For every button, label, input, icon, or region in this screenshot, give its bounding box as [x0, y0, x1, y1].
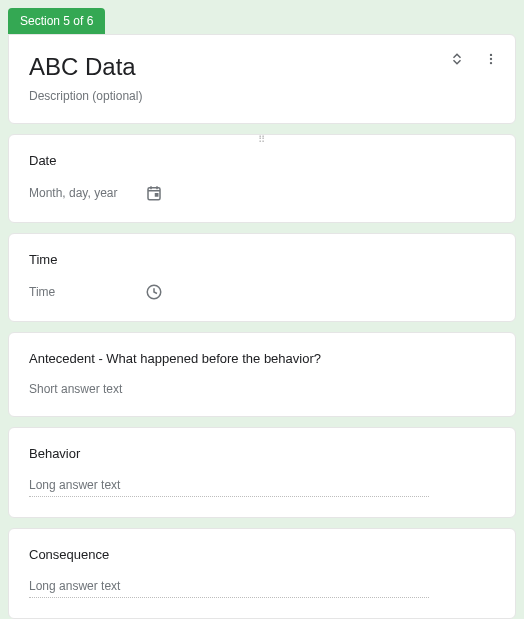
- question-title: Antecedent - What happened before the be…: [29, 351, 495, 366]
- clock-icon: [145, 283, 163, 301]
- question-title: Consequence: [29, 547, 495, 562]
- svg-point-0: [490, 54, 492, 56]
- question-card-time[interactable]: Time Time: [8, 233, 516, 322]
- short-answer-hint: Short answer text: [29, 382, 495, 396]
- more-vert-icon[interactable]: [481, 49, 501, 69]
- svg-point-2: [490, 62, 492, 64]
- section-badge: Section 5 of 6: [8, 8, 105, 34]
- dotted-underline: [29, 597, 429, 598]
- collapse-icon[interactable]: [447, 49, 467, 69]
- question-card-antecedent[interactable]: Antecedent - What happened before the be…: [8, 332, 516, 417]
- long-answer-hint: Long answer text: [29, 478, 120, 492]
- dotted-underline: [29, 496, 429, 497]
- date-placeholder: Month, day, year: [29, 186, 129, 200]
- question-title: Behavior: [29, 446, 495, 461]
- question-title: Time: [29, 252, 495, 267]
- svg-point-1: [490, 58, 492, 60]
- question-card-behavior[interactable]: Behavior Long answer text: [8, 427, 516, 518]
- svg-rect-7: [156, 194, 158, 196]
- calendar-icon: [145, 184, 163, 202]
- time-placeholder: Time: [29, 285, 129, 299]
- section-description[interactable]: Description (optional): [29, 89, 495, 103]
- question-title: Date: [29, 153, 495, 168]
- question-card-consequence[interactable]: Consequence Long answer text: [8, 528, 516, 619]
- section-title[interactable]: ABC Data: [29, 53, 495, 81]
- long-answer-hint: Long answer text: [29, 579, 120, 593]
- drag-handle-icon[interactable]: ⠿: [258, 138, 267, 142]
- question-card-date[interactable]: ⠿ Date Month, day, year: [8, 134, 516, 223]
- section-header-card[interactable]: ABC Data Description (optional): [8, 34, 516, 124]
